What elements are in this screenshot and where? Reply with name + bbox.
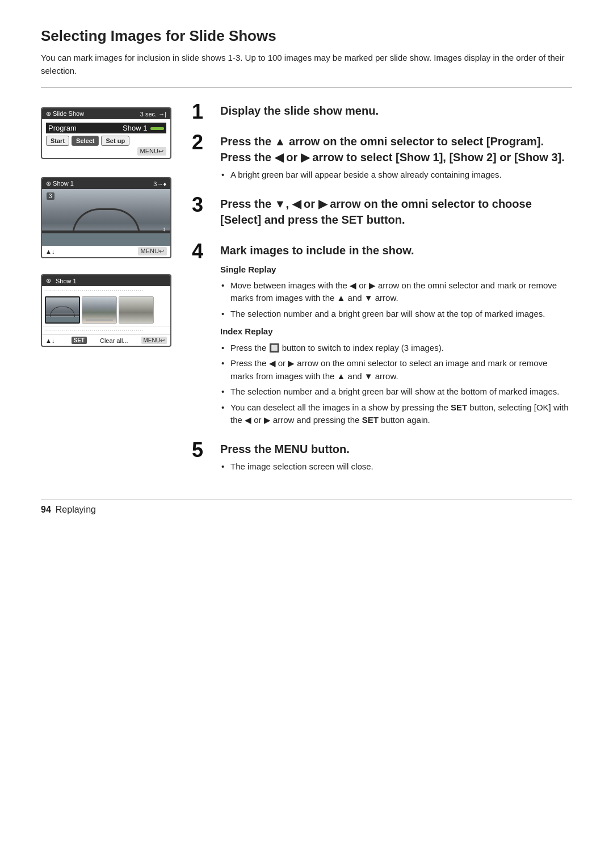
screen2-header-right: 3→♦ [153,181,166,187]
step-2-content: Press the ▲ arrow on the omni selector t… [220,132,572,184]
page-footer-label: Replaying [56,505,96,515]
step-3-num: 3 [192,195,220,215]
step-4-single-subtitle: Single Replay [220,263,572,276]
step-3-row: 3 Press the ▼, ◀ or ▶ arrow on the omni … [192,195,572,231]
step-1-num: 1 [192,102,220,122]
index-footer: ▲↓ SET Clear all... MENU↩ [42,334,170,346]
screen1-body: Program Show 1 Start Select Set up MENU↩ [42,119,170,158]
step-2-bullets: A bright green bar will appear beside a … [220,169,572,182]
step-5-num: 5 [192,440,220,460]
step-5-content: Press the MENU button. The image selecti… [220,440,572,476]
screen2-footer: ▲↓ MENU↩ [42,246,170,257]
step-2-bullet-1: A bright green bar will appear beside a … [220,169,572,182]
intro-text: You can mark images for inclusion in sli… [41,52,572,77]
steps-column: 1 Display the slide show menu. 2 Press t… [192,102,572,481]
step-4-index-bullet-2: Press the ◀ or ▶ arrow on the omni selec… [220,357,572,383]
start-button[interactable]: Start [46,136,69,146]
select-button[interactable]: Select [72,136,99,146]
index-dots-bottom: ········································… [42,326,170,334]
step-4-index-bullets: Press the 🔲 button to switch to index re… [220,342,572,427]
screen2-header-label: ⊛ Show 1 [46,180,74,187]
screenshots-column: ⊛ Slide Show 3 sec. →| Program Show 1 St… [41,102,171,347]
step-4-index-bullet-4: You can deselect all the images in a sho… [220,401,572,427]
step-1-title: Display the slide show menu. [220,103,572,119]
index-set-btn[interactable]: SET [72,337,87,344]
step-4-content: Mark images to include in the show. Sing… [220,241,572,430]
section-divider [41,87,572,88]
bridge-arrow-indicator: ↕ [163,225,166,232]
step-4-index-bullet-3: The selection number and a bright green … [220,385,572,399]
bridge-selection-num: 3 [47,192,54,200]
green-bar-indicator [150,127,164,130]
index-dots: ········································… [42,286,170,294]
bridge-water-shape [42,233,170,246]
index-clear-all[interactable]: Clear all... [100,337,128,344]
step-4-index-bullet-1: Press the 🔲 button to switch to index re… [220,342,572,355]
index-menu-btn[interactable]: MENU↩ [141,337,167,344]
step-4-num: 4 [192,241,220,262]
index-screen: ⊛ Show 1 ·······························… [41,274,171,347]
index-thumb-2 [82,296,117,324]
index-header: ⊛ Show 1 [42,275,170,286]
step-5-row: 5 Press the MENU button. The image selec… [192,440,572,476]
screen1-header: ⊛ Slide Show 3 sec. →| [42,108,170,119]
step-2-title: Press the ▲ arrow on the omni selector t… [220,133,572,165]
step-5-bullet-1: The image selection screen will close. [220,460,572,473]
screen1-menu-icon[interactable]: MENU↩ [137,147,166,156]
screen1-header-icon: ⊛ Slide Show [46,110,84,118]
step-2-num: 2 [192,132,220,153]
step-3-content: Press the ▼, ◀ or ▶ arrow on the omni se… [220,195,572,231]
step-4-title: Mark images to include in the show. [220,242,572,258]
page-number: 94 [41,505,51,515]
step-4-single-bullet-2: The selection number and a bright green … [220,308,572,321]
page-title: Selecting Images for Slide Shows [41,27,572,45]
step-5-title: Press the MENU button. [220,441,572,457]
screen1-show-value: Show 1 [123,124,164,132]
index-header-label: Show 1 [56,278,77,284]
screen2-header: ⊛ Show 1 3→♦ [42,178,170,189]
setup-button[interactable]: Set up [101,136,129,146]
bridge-single-screen: ⊛ Show 1 3→♦ 3 ↕ ▲↓ MENU↩ [41,177,171,258]
step-4-index-subtitle: Index Replay [220,325,572,338]
main-layout: ⊛ Slide Show 3 sec. →| Program Show 1 St… [41,102,572,481]
index-thumb-3 [119,296,154,324]
step-1-content: Display the slide show menu. [220,102,572,122]
screen1-program-label: Program [48,124,77,132]
screen1-timer: 3 sec. →| [140,111,166,118]
step-4-single-bullets: Move between images with the ◀ or ▶ arro… [220,279,572,321]
screen1-btn-row: Start Select Set up [46,136,166,146]
index-header-icon: ⊛ [46,277,51,284]
index-footer-left: ▲↓ [45,337,58,344]
step-2-row: 2 Press the ▲ arrow on the omni selector… [192,132,572,184]
step-4-row: 4 Mark images to include in the show. Si… [192,241,572,430]
step-5-bullets: The image selection screen will close. [220,460,572,473]
step-3-title: Press the ▼, ◀ or ▶ arrow on the omni se… [220,196,572,228]
slideshow-menu-screen: ⊛ Slide Show 3 sec. →| Program Show 1 St… [41,107,171,159]
footer: 94 Replaying [41,500,572,515]
screen2-footer-left: ▲↓ [45,248,54,255]
screen2-menu-icon[interactable]: MENU↩ [138,247,167,255]
index-thumbnails: 3 [42,294,170,326]
screen1-program-row: Program Show 1 [46,123,166,133]
index-thumb-1: 3 [45,296,80,324]
step-1-row: 1 Display the slide show menu. [192,102,572,122]
step-4-single-bullet-1: Move between images with the ◀ or ▶ arro… [220,279,572,305]
bridge-image: 3 ↕ [42,189,170,246]
screen1-menu-row: MENU↩ [46,147,166,156]
